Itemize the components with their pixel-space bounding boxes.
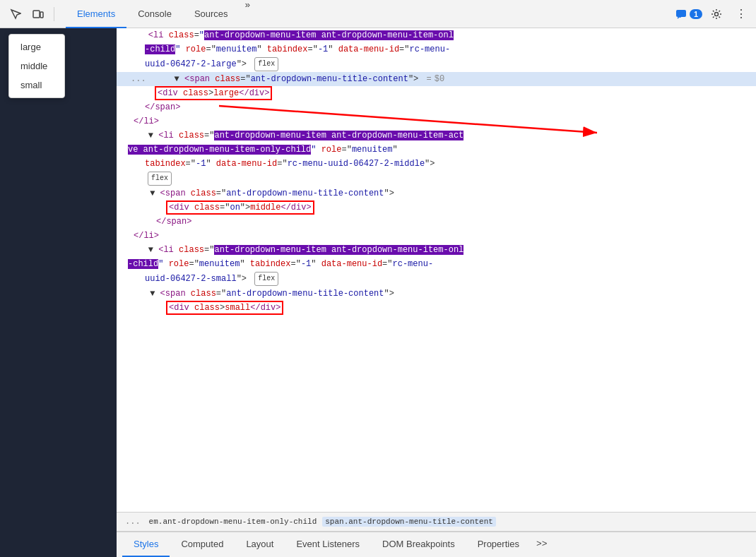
left-sidebar: large middle small <box>0 28 117 557</box>
dom-line-9: ve ant-dropdown-menu-item-only-child" ro… <box>117 143 756 157</box>
ellipsis-btn-1[interactable]: ... <box>128 74 149 84</box>
flex-badge-1[interactable]: flex <box>254 57 278 71</box>
devtools-toolbar: Elements Console Sources » 1 ⋮ <box>0 0 756 28</box>
dom-line-14: </span> <box>117 215 756 229</box>
dom-line-3: uuid-06427-2-large"> flex <box>117 56 756 72</box>
tab-properties[interactable]: Properties <box>466 532 531 557</box>
inspect-button[interactable] <box>6 4 25 24</box>
dom-line-1: <li class="ant-dropdown-menu-item ant-dr… <box>117 28 756 42</box>
more-dots-icon: ⋮ <box>736 7 746 20</box>
content-wrapper: <li class="ant-dropdown-menu-item ant-dr… <box>117 28 756 557</box>
main-content: large middle small <li class="ant-dropdo… <box>0 28 756 557</box>
notifications-button[interactable]: 1 <box>675 8 702 20</box>
toolbar-divider <box>54 7 54 21</box>
dom-line-11: flex <box>117 171 756 186</box>
div-middle-element: <div class="on">middle</div> <box>167 202 313 213</box>
dropdown-item-small[interactable]: small <box>9 76 64 95</box>
dropdown-item-large[interactable]: large <box>9 37 64 56</box>
device-icon <box>33 8 44 20</box>
breadcrumb-item-span[interactable]: span.ant-dropdown-menu-title-content <box>322 517 496 527</box>
dom-line-2: -child" role="menuitem" tabindex="-1" da… <box>117 42 756 56</box>
dom-line-4: ... ▼ <span class="ant-dropdown-menu-tit… <box>117 72 756 86</box>
toolbar-right: 1 ⋮ <box>675 4 750 24</box>
dom-line-5: <div class>large</div> <box>117 86 756 100</box>
breadcrumb-bar: ... em.ant-dropdown-menu-item-only-child… <box>117 512 756 532</box>
dom-line-12: ▼ <span class="ant-dropdown-menu-title-c… <box>117 186 756 200</box>
div-large-element: <div class>large</div> <box>156 88 271 99</box>
chat-icon <box>675 8 687 20</box>
dom-line-7: </li> <box>117 114 756 128</box>
tab-styles[interactable]: Styles <box>122 532 170 557</box>
svg-point-3 <box>715 12 719 16</box>
dropdown-menu: large middle small <box>8 34 65 98</box>
bottom-tabs: Styles Computed Layout Event Listeners D… <box>117 532 756 557</box>
dom-line-15: </li> <box>117 229 756 243</box>
tab-layout[interactable]: Layout <box>235 532 285 557</box>
flex-badge-3[interactable]: flex <box>254 272 278 286</box>
dom-line-20: <div class>small</div> <box>117 301 756 315</box>
bottom-tab-more[interactable]: >> <box>531 532 553 557</box>
dom-line-13: <div class="on">middle</div> <box>117 200 756 215</box>
inspect-icon <box>10 8 21 20</box>
svg-rect-1 <box>40 12 43 18</box>
tab-sources[interactable]: Sources <box>183 0 240 28</box>
settings-icon <box>711 8 722 20</box>
dom-line-10: tabindex="-1" data-menu-id="rc-menu-uuid… <box>117 157 756 171</box>
main-tabs: Elements Console Sources » <box>66 0 256 28</box>
settings-button[interactable] <box>707 4 726 24</box>
flex-badge-2[interactable]: flex <box>148 172 172 186</box>
dom-line-18: uuid-06427-2-small"> flex <box>117 271 756 287</box>
dom-line-17: -child" role="menuitem" tabindex="-1" da… <box>117 257 756 271</box>
svg-rect-0 <box>33 11 40 18</box>
notification-badge: 1 <box>690 9 702 19</box>
dom-line-8: ▼ <li class="ant-dropdown-menu-item ant-… <box>117 128 756 143</box>
tab-event-listeners[interactable]: Event Listeners <box>285 532 371 557</box>
tab-console[interactable]: Console <box>126 0 183 28</box>
dom-line-16: ▼ <li class="ant-dropdown-menu-item ant-… <box>117 243 756 257</box>
svg-rect-2 <box>676 10 686 17</box>
tab-elements[interactable]: Elements <box>66 0 126 28</box>
device-toggle-button[interactable] <box>28 4 48 24</box>
tab-more[interactable]: » <box>240 0 256 28</box>
div-small-element: <div class>small</div> <box>167 302 282 313</box>
dom-line-19: ▼ <span class="ant-dropdown-menu-title-c… <box>117 287 756 301</box>
dropdown-item-middle[interactable]: middle <box>9 56 64 76</box>
dom-panel[interactable]: <li class="ant-dropdown-menu-item ant-dr… <box>117 28 756 512</box>
more-options-button[interactable]: ⋮ <box>731 4 750 24</box>
tab-computed[interactable]: Computed <box>170 532 235 557</box>
dom-line-6: </span> <box>117 100 756 114</box>
tab-dom-breakpoints[interactable]: DOM Breakpoints <box>371 532 466 557</box>
breadcrumb-ellipsis[interactable]: ... <box>122 517 143 527</box>
breadcrumb-item-li[interactable]: em.ant-dropdown-menu-item-only-child <box>146 517 320 527</box>
